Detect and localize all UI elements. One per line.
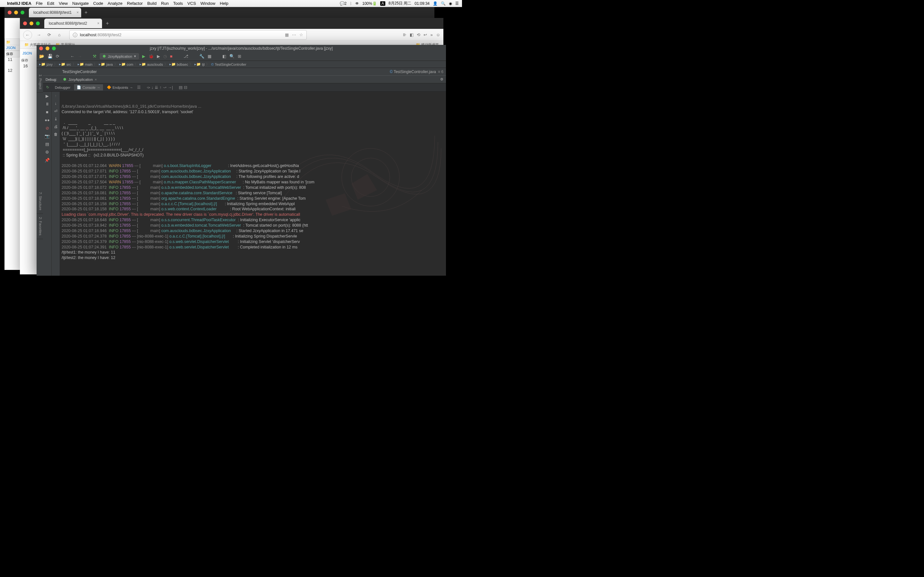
structure-icon[interactable]: ▦ bbox=[208, 54, 212, 59]
wechat-icon[interactable]: 💬 2 bbox=[340, 1, 347, 6]
sync-icon[interactable]: ⟲ bbox=[417, 32, 420, 37]
console-tab[interactable]: 📄 Console → bbox=[74, 84, 103, 90]
menu-vcs[interactable]: VCS bbox=[187, 1, 196, 6]
minimize-icon[interactable] bbox=[29, 21, 33, 25]
pin-icon[interactable]: 📌 bbox=[45, 158, 50, 163]
home-button[interactable]: ⌂ bbox=[56, 32, 63, 37]
reload-button[interactable]: ⟳ bbox=[45, 32, 53, 37]
sync-icon[interactable]: ⟳ bbox=[56, 54, 59, 59]
back-button[interactable]: ← bbox=[23, 31, 32, 39]
mute-icon[interactable]: ⊘ bbox=[45, 126, 49, 131]
menu-navigate[interactable]: Navigate bbox=[72, 1, 89, 6]
git-icon[interactable]: ⎇ bbox=[184, 54, 188, 59]
debugger-tab[interactable]: Debugger bbox=[52, 85, 73, 90]
url-bar[interactable]: i localhost:8088/tjt/test2 ▦ ⋯ ☆ bbox=[69, 30, 307, 40]
clock[interactable]: 01:09:34 bbox=[415, 1, 430, 6]
project-tool[interactable]: 1: Project bbox=[37, 71, 43, 93]
json-button[interactable]: JSON bbox=[21, 50, 34, 56]
battery-status[interactable]: 100% 🔋 bbox=[362, 1, 377, 6]
debug-icon[interactable]: 🐞 bbox=[149, 54, 153, 59]
menu-analyze[interactable]: Analyze bbox=[108, 1, 123, 6]
run-config-selector[interactable]: ⬢JzxyApplication▾ bbox=[100, 53, 139, 59]
new-tab-icon[interactable]: + bbox=[84, 10, 87, 15]
trace-icon[interactable]: ⊟ bbox=[184, 85, 187, 90]
menu-run[interactable]: Run bbox=[161, 1, 169, 6]
traffic-lights[interactable] bbox=[23, 21, 40, 25]
open-icon[interactable]: 📂 bbox=[39, 54, 44, 59]
hierarchy-icon[interactable]: ⊞ bbox=[238, 54, 241, 59]
forward-button[interactable]: → bbox=[35, 32, 42, 37]
breadcrumb-item[interactable]: ▸📁 jzxy bbox=[39, 62, 53, 66]
breadcrumb-item[interactable]: 〉▸📁 tjt bbox=[189, 62, 205, 67]
eye-icon[interactable]: 👁 bbox=[355, 1, 359, 6]
breadcrumb-item[interactable]: 〉▸📁 ausclouds bbox=[134, 62, 163, 67]
settings-icon[interactable]: ⚙ bbox=[45, 150, 49, 155]
breadcrumb-item[interactable]: 〉▸📁 bdbsec bbox=[164, 62, 188, 67]
new-tab-icon[interactable]: + bbox=[106, 21, 109, 26]
bluetooth-icon[interactable]: ᛒ bbox=[350, 1, 352, 6]
force-step-icon[interactable]: ⇊ bbox=[155, 85, 158, 90]
threads-icon[interactable]: ☰ bbox=[137, 85, 141, 90]
structure-tool[interactable]: 7: Structure bbox=[37, 189, 43, 214]
run-icon[interactable]: ▶ bbox=[142, 54, 145, 59]
browser-tab[interactable]: localhost:8088/tjt/test2 × bbox=[44, 19, 102, 28]
spotlight-icon[interactable]: 🔍 bbox=[441, 1, 446, 6]
user-icon[interactable]: 👤 bbox=[433, 1, 438, 6]
minimize-icon[interactable] bbox=[14, 11, 18, 15]
breadcrumb-item[interactable]: 〉▸📁 java bbox=[93, 62, 113, 67]
clear-icon[interactable]: 🗑 bbox=[54, 132, 58, 137]
close-tab-icon[interactable]: × bbox=[97, 21, 99, 26]
qr-icon[interactable]: ▦ bbox=[285, 32, 289, 37]
run-to-cursor-icon[interactable]: →| bbox=[168, 85, 173, 90]
save-all-icon[interactable]: 💾 bbox=[47, 54, 53, 59]
notifications-icon[interactable]: ☰ bbox=[455, 1, 459, 6]
down-icon[interactable]: ↓ bbox=[55, 101, 57, 106]
input-method[interactable]: A bbox=[380, 1, 385, 6]
breakpoints-icon[interactable]: ●● bbox=[45, 118, 50, 122]
siri-icon[interactable]: ◉ bbox=[449, 1, 452, 6]
traffic-lights[interactable] bbox=[39, 47, 56, 50]
drop-frame-icon[interactable]: ⤻ bbox=[163, 85, 166, 90]
menu-code[interactable]: Code bbox=[93, 1, 103, 6]
site-info-icon[interactable]: i bbox=[73, 33, 78, 37]
close-icon[interactable] bbox=[39, 47, 43, 50]
gear-icon[interactable]: ⚙ bbox=[440, 77, 443, 81]
date[interactable]: 8月25日 周二 bbox=[389, 1, 411, 6]
back-icon[interactable]: ← bbox=[70, 54, 74, 59]
browser-tab[interactable]: localhost:8088/tjt/test1 × bbox=[29, 8, 81, 17]
menu-view[interactable]: View bbox=[59, 1, 68, 6]
settings-icon[interactable]: 🔧 bbox=[199, 54, 204, 59]
breadcrumb-item[interactable]: 〉▸📁 main bbox=[72, 62, 93, 67]
step-out-icon[interactable]: ↑ bbox=[160, 85, 162, 90]
scroll-icon[interactable]: ⤓ bbox=[54, 117, 57, 121]
build-icon[interactable]: ⚒ bbox=[93, 54, 97, 59]
close-icon[interactable] bbox=[8, 11, 11, 15]
reply-icon[interactable]: ↩ bbox=[423, 32, 427, 37]
meatballs-icon[interactable]: ⋯ bbox=[292, 32, 296, 37]
close-tab-icon[interactable]: × bbox=[76, 10, 79, 15]
coverage-icon[interactable]: ▶̣ bbox=[157, 54, 160, 59]
up-icon[interactable]: ↑ bbox=[55, 93, 57, 98]
step-into-icon[interactable]: ↓ bbox=[152, 85, 153, 90]
rerun-icon[interactable]: ↻ bbox=[44, 85, 51, 89]
endpoints-tab[interactable]: 🔶 Endpoints → bbox=[104, 84, 136, 90]
stop-icon[interactable]: ■ bbox=[46, 110, 48, 114]
close-icon[interactable] bbox=[23, 21, 27, 25]
breadcrumb-item[interactable]: 〉▸📁 com bbox=[113, 62, 134, 67]
traffic-lights[interactable] bbox=[8, 11, 24, 15]
step-over-icon[interactable]: ⤼ bbox=[147, 85, 150, 90]
maximize-icon[interactable] bbox=[52, 47, 56, 50]
menu-help[interactable]: Help bbox=[220, 1, 228, 6]
menu-tools[interactable]: Tools bbox=[173, 1, 183, 6]
account-icon[interactable]: ☺ bbox=[436, 32, 440, 37]
chevrons-icon[interactable]: » bbox=[430, 32, 433, 37]
maximize-icon[interactable] bbox=[36, 21, 40, 25]
menu-build[interactable]: Build bbox=[147, 1, 157, 6]
wrap-icon[interactable]: ⏎ bbox=[54, 109, 57, 113]
menu-edit[interactable]: Edit bbox=[47, 1, 54, 6]
app-name[interactable]: IntelliJ IDEA bbox=[7, 1, 31, 6]
favorites-tool[interactable]: 2: Favorites bbox=[37, 214, 43, 239]
forward-icon[interactable]: → bbox=[78, 54, 82, 59]
layout-icon[interactable]: ◧ bbox=[222, 54, 226, 59]
sidebar-icon[interactable]: ◧ bbox=[410, 32, 414, 37]
